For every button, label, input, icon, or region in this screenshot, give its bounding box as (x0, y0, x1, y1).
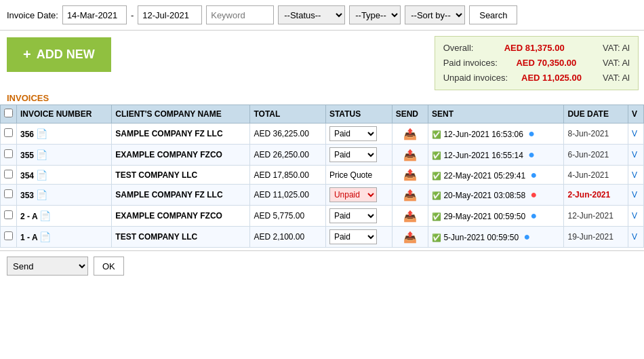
sort-select[interactable]: --Sort by-- Date Amount Status (405, 5, 465, 24)
sent-check-icon: ✅ (432, 191, 441, 200)
invoices-table: INVOICE NUMBER CLIENT'S COMPANY NAME TOT… (0, 105, 644, 248)
view-cell: V (628, 166, 644, 185)
row-checkbox[interactable] (4, 128, 13, 137)
sent-dot-icon[interactable]: ● (531, 189, 538, 200)
col-status: STATUS (325, 105, 392, 124)
row-checkbox[interactable] (4, 231, 13, 240)
view-link[interactable]: V (632, 211, 637, 221)
ok-button[interactable]: OK (94, 257, 124, 276)
add-new-button[interactable]: + ADD NEW (7, 37, 111, 72)
sent-dot-icon[interactable]: ● (528, 128, 535, 139)
overall-vat: VAT: Al (603, 41, 630, 56)
sent-dot-icon[interactable]: ● (531, 169, 538, 181)
send-icon[interactable]: 📤 (403, 189, 417, 201)
paid-label: Paid invoices: (443, 56, 498, 71)
summary-unpaid-row: Unpaid invoices: AED 11,025.00 VAT: Al (443, 71, 630, 86)
send-icon[interactable]: 📤 (403, 169, 417, 181)
due-date-cell: 6-Jun-2021 (564, 145, 628, 166)
unpaid-vat: VAT: Al (603, 71, 630, 86)
send-icon[interactable]: 📤 (403, 210, 417, 222)
company-name-cell: SAMPLE COMPANY FZ LLC (112, 124, 250, 145)
view-link[interactable]: V (632, 190, 637, 200)
table-row: 353 📄 SAMPLE COMPANY FZ LLC AED 11,025.0… (1, 185, 644, 206)
sent-check-icon: ✅ (432, 233, 441, 242)
status-dropdown[interactable]: Paid Unpaid (329, 229, 377, 244)
bulk-action-select[interactable]: Send Delete Mark Paid (7, 257, 88, 276)
send-cell: 📤 (392, 145, 428, 166)
row-checkbox-cell (1, 166, 17, 185)
sent-date-cell: ✅ 29-May-2021 00:59:50 ● (428, 206, 564, 227)
pdf-icon[interactable]: 📄 (39, 210, 51, 221)
unpaid-label: Unpaid invoices: (443, 71, 508, 86)
due-date-cell: 4-Jun-2021 (564, 166, 628, 185)
total-cell: AED 5,775.00 (250, 206, 325, 227)
status-cell: Paid Unpaid (325, 145, 392, 166)
pdf-icon[interactable]: 📄 (36, 189, 47, 200)
send-icon[interactable]: 📤 (403, 128, 417, 140)
sent-dot-icon[interactable]: ● (531, 210, 538, 221)
table-row: 2 - A 📄 EXAMPLE COMPANY FZCO AED 5,775.0… (1, 206, 644, 227)
summary-overall-row: Overall: AED 81,375.00 VAT: Al (443, 41, 630, 56)
send-cell: 📤 (392, 227, 428, 248)
view-cell: V (628, 185, 644, 206)
status-select[interactable]: --Status-- Paid Unpaid Price Quote (278, 5, 345, 24)
row-checkbox[interactable] (4, 210, 13, 219)
col-sent: SENT (428, 105, 564, 124)
view-link[interactable]: V (632, 150, 637, 159)
send-cell: 📤 (392, 166, 428, 185)
pdf-icon[interactable]: 📄 (36, 128, 47, 139)
view-link[interactable]: V (632, 129, 637, 138)
status-dropdown[interactable]: Paid Unpaid (329, 126, 377, 141)
row-checkbox[interactable] (4, 170, 13, 178)
col-company-name: CLIENT'S COMPANY NAME (112, 105, 250, 124)
keyword-input[interactable] (206, 5, 274, 24)
row-checkbox-cell (1, 206, 17, 227)
table-row: 1 - A 📄 TEST COMPANY LLC AED 2,100.00 Pa… (1, 227, 644, 248)
status-cell: Paid Unpaid (325, 227, 392, 248)
company-name-cell: SAMPLE COMPANY FZ LLC (112, 185, 250, 206)
col-view: V (628, 105, 644, 124)
invoice-number-cell: 353 📄 (17, 185, 112, 206)
total-cell: AED 11,025.00 (250, 185, 325, 206)
col-send: SEND (392, 105, 428, 124)
status-dropdown[interactable]: Paid Unpaid (329, 208, 377, 223)
status-dropdown[interactable]: Paid Unpaid (329, 187, 377, 202)
sent-check-icon: ✅ (432, 212, 441, 221)
sent-dot-icon[interactable]: ● (528, 149, 535, 160)
send-icon[interactable]: 📤 (403, 231, 417, 243)
send-cell: 📤 (392, 185, 428, 206)
company-name-cell: EXAMPLE COMPANY FZCO (112, 145, 250, 166)
view-cell: V (628, 145, 644, 166)
total-cell: AED 26,250.00 (250, 145, 325, 166)
row-checkbox[interactable] (4, 149, 13, 158)
view-cell: V (628, 227, 644, 248)
total-cell: AED 2,100.00 (250, 227, 325, 248)
status-dropdown[interactable]: Paid Unpaid (329, 147, 377, 162)
row-checkbox[interactable] (4, 189, 13, 198)
sent-date-cell: ✅ 20-May-2021 03:08:58 ● (428, 185, 564, 206)
invoice-number-cell: 354 📄 (17, 166, 112, 185)
date-to-input[interactable] (138, 5, 202, 24)
view-link[interactable]: V (632, 232, 637, 242)
unpaid-amount: AED 11,025.00 (521, 71, 589, 86)
send-icon[interactable]: 📤 (403, 149, 417, 161)
status-text: Price Quote (329, 170, 372, 180)
type-select[interactable]: --Type-- Invoice Quote (349, 5, 401, 24)
view-link[interactable]: V (632, 170, 637, 180)
sent-dot-icon[interactable]: ● (524, 231, 531, 242)
col-total: TOTAL (250, 105, 325, 124)
date-from-input[interactable] (62, 5, 127, 24)
due-date-cell: 2-Jun-2021 (564, 185, 628, 206)
search-button[interactable]: Search (469, 5, 517, 24)
table-row: 354 📄 TEST COMPANY LLC AED 17,850.00 Pri… (1, 166, 644, 185)
pdf-icon[interactable]: 📄 (39, 231, 51, 242)
status-cell: Paid Unpaid (325, 206, 392, 227)
sent-check-icon: ✅ (432, 172, 441, 180)
invoice-date-label: Invoice Date: (7, 10, 58, 20)
row-checkbox-cell (1, 185, 17, 206)
row-checkbox-cell (1, 124, 17, 145)
overall-amount: AED 81,375.00 (504, 41, 572, 56)
pdf-icon[interactable]: 📄 (36, 170, 47, 181)
select-all-checkbox[interactable] (4, 109, 13, 117)
pdf-icon[interactable]: 📄 (36, 149, 47, 160)
